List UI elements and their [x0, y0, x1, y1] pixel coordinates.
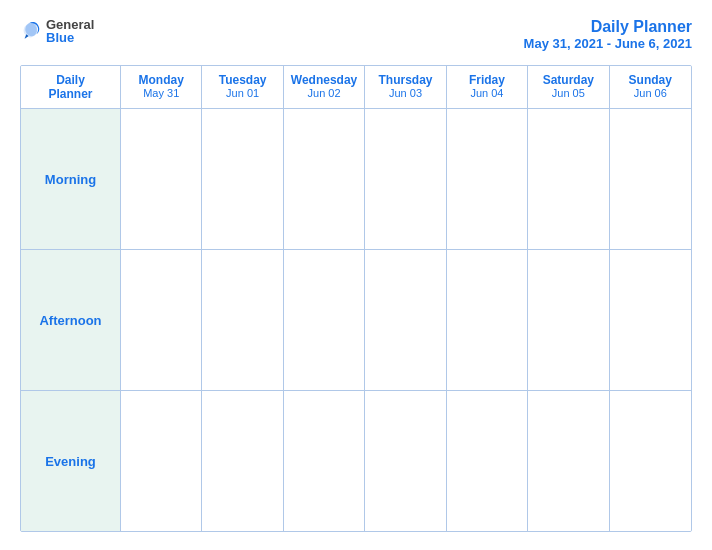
cell-afternoon-sunday[interactable]	[610, 250, 691, 390]
date-range: May 31, 2021 - June 6, 2021	[524, 36, 692, 51]
cell-afternoon-tuesday[interactable]	[202, 250, 283, 390]
row-label-morning: Morning	[21, 109, 121, 249]
cell-morning-wednesday[interactable]	[284, 109, 365, 249]
calendar-header-row: DailyPlanner Monday May 31 Tuesday Jun 0…	[21, 66, 691, 109]
row-label-afternoon: Afternoon	[21, 250, 121, 390]
cell-morning-thursday[interactable]	[365, 109, 446, 249]
header-cell-thursday: Thursday Jun 03	[365, 66, 446, 109]
cell-evening-thursday[interactable]	[365, 391, 446, 531]
cell-afternoon-monday[interactable]	[121, 250, 202, 390]
cell-morning-friday[interactable]	[447, 109, 528, 249]
cell-afternoon-saturday[interactable]	[528, 250, 609, 390]
row-evening: Evening	[21, 391, 691, 531]
cell-evening-tuesday[interactable]	[202, 391, 283, 531]
cell-afternoon-friday[interactable]	[447, 250, 528, 390]
logo-bird-icon	[20, 20, 42, 42]
cell-afternoon-thursday[interactable]	[365, 250, 446, 390]
header-cell-monday: Monday May 31	[121, 66, 202, 109]
header-cell-saturday: Saturday Jun 05	[528, 66, 609, 109]
calendar-body: Morning Afternoon	[21, 109, 691, 531]
cell-morning-saturday[interactable]	[528, 109, 609, 249]
header-daily-planner: DailyPlanner	[25, 73, 116, 101]
header-cell-sunday: Sunday Jun 06	[610, 66, 691, 109]
row-morning: Morning	[21, 109, 691, 250]
header-right: Daily Planner May 31, 2021 - June 6, 202…	[524, 18, 692, 51]
cell-morning-tuesday[interactable]	[202, 109, 283, 249]
cell-morning-monday[interactable]	[121, 109, 202, 249]
cell-evening-saturday[interactable]	[528, 391, 609, 531]
page: General Blue Daily Planner May 31, 2021 …	[0, 0, 712, 550]
header-cell-wednesday: Wednesday Jun 02	[284, 66, 365, 109]
header: General Blue Daily Planner May 31, 2021 …	[20, 18, 692, 51]
cell-evening-sunday[interactable]	[610, 391, 691, 531]
cell-evening-wednesday[interactable]	[284, 391, 365, 531]
header-cell-friday: Friday Jun 04	[447, 66, 528, 109]
calendar: DailyPlanner Monday May 31 Tuesday Jun 0…	[20, 65, 692, 532]
header-cell-label: DailyPlanner	[21, 66, 121, 109]
header-cell-tuesday: Tuesday Jun 01	[202, 66, 283, 109]
cell-evening-monday[interactable]	[121, 391, 202, 531]
logo-blue: Blue	[46, 31, 94, 44]
cell-afternoon-wednesday[interactable]	[284, 250, 365, 390]
logo: General Blue	[20, 18, 94, 44]
cell-morning-sunday[interactable]	[610, 109, 691, 249]
page-title: Daily Planner	[524, 18, 692, 36]
row-label-evening: Evening	[21, 391, 121, 531]
cell-evening-friday[interactable]	[447, 391, 528, 531]
logo-text: General Blue	[46, 18, 94, 44]
row-afternoon: Afternoon	[21, 250, 691, 391]
